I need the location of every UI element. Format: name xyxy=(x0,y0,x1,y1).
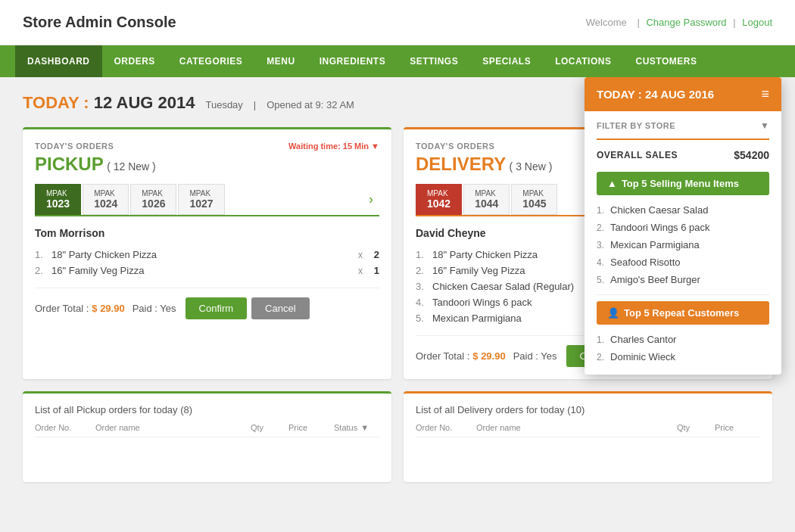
pickup-tabs-arrow[interactable]: › xyxy=(363,188,379,210)
pickup-confirm-button[interactable]: Confirm xyxy=(186,297,248,319)
opened-time: Opened at 9: 32 AM xyxy=(267,99,354,110)
nav-settings[interactable]: SETTINGS xyxy=(398,45,470,77)
separator-2: | xyxy=(733,17,738,28)
pickup-wait-value: 15 Min xyxy=(343,142,369,151)
header: Store Admin Console Welcome | Change Pas… xyxy=(0,0,795,45)
pickup-new-count: ( 12 New ) xyxy=(107,160,156,173)
delivery-list-header: Order No. Order name Qty Price xyxy=(416,423,760,437)
delivery-paid: Paid : Yes xyxy=(513,350,557,362)
nav-dashboard[interactable]: DASHBOARD xyxy=(15,45,102,77)
pickup-order-tabs: MPAK 1023 MPAK 1024 MPAK 1026 MPAK 1027 … xyxy=(35,184,379,216)
nav-specials[interactable]: SPECIALS xyxy=(470,45,543,77)
col-order-no-label: Order No. xyxy=(35,423,95,432)
overlay-header-date: TODAY : 24 AUG 2016 xyxy=(597,88,714,101)
pickup-title: PICKUP xyxy=(35,154,104,174)
customer-2: 2. Dominic Wieck xyxy=(597,348,769,366)
menu-items-list: 1. Chicken Caesar Salad 2. Tandoori Wing… xyxy=(597,201,769,288)
navbar: DASHBOARD ORDERS CATEGORIES MENU INGREDI… xyxy=(0,45,795,77)
day-label: Tuesday xyxy=(205,99,242,110)
pickup-order-total: $ 29.90 xyxy=(92,303,124,314)
filter-row: FILTER BY STORE ▼ xyxy=(597,120,769,131)
top-customers-header: 👤 Top 5 Repeat Customers xyxy=(597,301,769,325)
overall-sales-label: OVERALL SALES xyxy=(597,150,678,160)
today-label: TODAY : xyxy=(23,93,89,112)
menu-item-2: 2. Tandoori Wings 6 pack xyxy=(597,219,769,236)
pickup-wait-arrow: ▼ xyxy=(371,142,379,151)
main-content: TODAY : 12 AUG 2014 Tuesday | Opened at … xyxy=(0,77,795,532)
divider xyxy=(597,294,769,295)
change-password-link[interactable]: Change Password xyxy=(646,17,726,28)
bottom-cards-row: List of all Pickup orders for today (8) … xyxy=(23,391,772,482)
col-order-name-label: Order name xyxy=(95,423,251,432)
pickup-customer-name: Tom Morrison xyxy=(35,227,379,239)
sales-row: OVERALL SALES $54200 xyxy=(597,149,769,161)
delivery-title: DELIVERY xyxy=(416,154,506,174)
pickup-list-title: List of all Pickup orders for today (8) xyxy=(35,404,379,415)
delivery-list-title: List of all Delivery orders for today (1… xyxy=(416,404,760,415)
pickup-order-footer: Order Total : $ 29.90 Paid : Yes Confirm… xyxy=(35,288,379,319)
customer-1: 1. Charles Cantor xyxy=(597,331,769,348)
del-col-price-label: Price xyxy=(715,423,760,432)
person-icon: 👤 xyxy=(607,307,619,319)
overlay-header: TODAY : 24 AUG 2016 ≡ xyxy=(585,77,781,111)
nav-menu[interactable]: MENU xyxy=(254,45,307,77)
date-value: 12 AUG 2014 xyxy=(94,93,195,112)
pickup-item-2: 2. 16" Family Veg Pizza x 1 xyxy=(35,263,379,278)
delivery-list-card: List of all Delivery orders for today (1… xyxy=(404,391,772,482)
header-right: Welcome | Change Password | Logout xyxy=(582,17,772,28)
date-display: TODAY : 12 AUG 2014 xyxy=(23,93,195,113)
customers-list: 1. Charles Cantor 2. Dominic Wieck xyxy=(597,331,769,366)
pickup-tab-1027[interactable]: MPAK 1027 xyxy=(178,184,224,215)
overlay-body: FILTER BY STORE ▼ OVERALL SALES $54200 ▲… xyxy=(585,111,781,375)
menu-item-1: 1. Chicken Caesar Salad xyxy=(597,201,769,219)
filter-underline xyxy=(597,138,769,140)
nav-customers[interactable]: CUSTOMERS xyxy=(623,45,709,77)
filter-label: FILTER BY STORE xyxy=(597,121,675,130)
pickup-tab-1024[interactable]: MPAK 1024 xyxy=(83,184,129,215)
delivery-order-total: $ 29.90 xyxy=(472,350,505,362)
pickup-card: TODAY'S ORDERS Waiting time: 15 Min ▼ PI… xyxy=(23,127,391,379)
pickup-title-row: PICKUP ( 12 New ) xyxy=(35,154,379,175)
logout-link[interactable]: Logout xyxy=(742,17,772,28)
filter-dropdown-arrow[interactable]: ▼ xyxy=(760,120,769,131)
nav-locations[interactable]: LOCATIONS xyxy=(543,45,623,77)
menu-item-5: 5. Amigo's Beef Burger xyxy=(597,271,769,288)
pickup-card-header: TODAY'S ORDERS Waiting time: 15 Min ▼ xyxy=(35,142,379,151)
nav-orders[interactable]: ORDERS xyxy=(102,45,167,77)
top-customers-label: Top 5 Repeat Customers xyxy=(624,307,739,319)
menu-item-4: 4. Seafood Risotto xyxy=(597,254,769,271)
pickup-tab-1023[interactable]: MPAK 1023 xyxy=(35,184,81,215)
top-selling-label: Top 5 Selling Menu Items xyxy=(622,178,739,189)
pickup-cancel-button[interactable]: Cancel xyxy=(251,297,309,319)
delivery-tab-1042[interactable]: MPAK 1042 xyxy=(416,184,462,215)
del-col-qty-label: Qty xyxy=(677,423,715,432)
delivery-card-label: TODAY'S ORDERS xyxy=(416,142,494,151)
delivery-tab-1045[interactable]: MPAK 1045 xyxy=(511,184,557,215)
triangle-icon: ▲ xyxy=(607,178,617,189)
app-title: Store Admin Console xyxy=(23,14,176,31)
overall-sales-value: $54200 xyxy=(734,149,769,161)
pickup-tab-1026[interactable]: MPAK 1026 xyxy=(130,184,176,215)
pickup-card-label: TODAY'S ORDERS xyxy=(35,142,114,151)
overlay-menu-icon[interactable]: ≡ xyxy=(761,86,769,102)
col-price-label: Price xyxy=(288,423,334,432)
delivery-new-count: ( 3 New ) xyxy=(510,160,553,173)
del-col-order-no-label: Order No. xyxy=(416,423,476,432)
pickup-waiting-time: Waiting time: 15 Min ▼ xyxy=(288,142,379,151)
welcome-text: Welcome xyxy=(586,17,627,28)
col-status-label: Status ▼ xyxy=(334,423,379,432)
pickup-list-header: Order No. Order name Qty Price Status ▼ xyxy=(35,423,379,437)
pickup-item-1: 1. 18" Party Chicken Pizza x 2 xyxy=(35,247,379,263)
del-col-order-name-label: Order name xyxy=(476,423,677,432)
pickup-list-card: List of all Pickup orders for today (8) … xyxy=(23,391,391,482)
col-qty-label: Qty xyxy=(251,423,288,432)
separator-1: | xyxy=(637,17,642,28)
overlay-panel: TODAY : 24 AUG 2016 ≡ FILTER BY STORE ▼ … xyxy=(585,77,781,375)
delivery-tab-1044[interactable]: MPAK 1044 xyxy=(463,184,510,215)
nav-ingredients[interactable]: INGREDIENTS xyxy=(307,45,398,77)
pickup-paid: Paid : Yes xyxy=(132,303,176,314)
nav-categories[interactable]: CATEGORIES xyxy=(167,45,254,77)
menu-item-3: 3. Mexican Parmigiana xyxy=(597,236,769,254)
status-sort-icon[interactable]: ▼ xyxy=(360,423,369,432)
top-selling-header: ▲ Top 5 Selling Menu Items xyxy=(597,172,769,195)
